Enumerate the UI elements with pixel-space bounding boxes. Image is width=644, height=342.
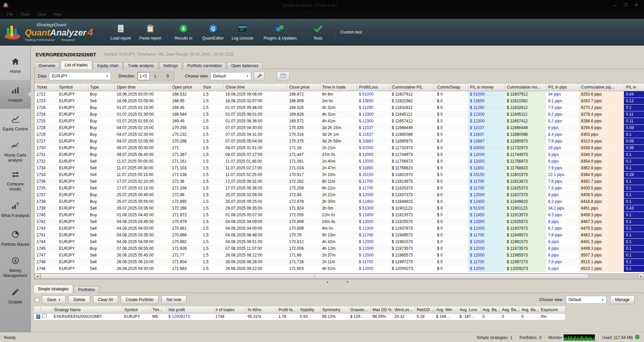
- trade-row[interactable]: 1745EURJPYBuy07.08.2025 06:55:00171.9261…: [35, 245, 644, 252]
- menu-file[interactable]: File: [3, 11, 16, 18]
- delete-button[interactable]: Delete: [68, 295, 90, 304]
- custom-test-button[interactable]: Custom test: [336, 19, 366, 45]
- maximize-button[interactable]: ❐: [622, 2, 629, 8]
- quant-editor-button[interactable]: Q QuantEditor: [198, 19, 228, 45]
- tab-portfolios[interactable]: Portfolios: [74, 286, 99, 293]
- trades-column-size[interactable]: Size: [201, 83, 223, 91]
- trade-row[interactable]: 1733EURJPYSell11.07.2025 00:15:00171.138…: [35, 171, 644, 178]
- trade-row[interactable]: 1746EURJPYSell26.08.2025 04:30:00171.683…: [35, 265, 644, 272]
- scroll-left-arrow[interactable]: ◄: [35, 274, 40, 279]
- strategy-row-checkbox[interactable]: [40, 313, 52, 320]
- set-note-button[interactable]: Set note: [161, 295, 186, 304]
- select-all-checkbox[interactable]: [35, 298, 39, 302]
- trade-row[interactable]: 1726EURJPYBuy01.07.2025 02:15:00169.451.…: [35, 104, 644, 111]
- strategies-column-2[interactable]: Tim...: [150, 306, 166, 313]
- export-view-button[interactable]: [277, 72, 289, 80]
- strategies-column-10[interactable]: Max DD %: [370, 306, 392, 313]
- direction-short-button[interactable]: S: [162, 72, 174, 80]
- trade-row[interactable]: 1744EURJPYSell04.08.2025 04:09:00170.892…: [35, 238, 644, 245]
- sidebar-item-analyze[interactable]: Analyze: [0, 80, 31, 109]
- strategies-column-5[interactable]: % Wins: [246, 306, 276, 313]
- view-dropdown[interactable]: Default ▼: [210, 72, 251, 80]
- strategies-column-1[interactable]: Symbol: [122, 306, 150, 313]
- trades-column-open_time[interactable]: Open time: [115, 83, 170, 91]
- trade-row[interactable]: 1735EURJPYSell17.07.2025 02:15:00172.336…: [35, 185, 644, 191]
- trade-row[interactable]: 1732EURJPYSell11.07.2025 00:05:00171.161…: [35, 158, 644, 165]
- direction-long-button[interactable]: L: [150, 72, 162, 80]
- minimize-button[interactable]: —: [611, 2, 619, 8]
- trade-row[interactable]: 1728EURJPYBuy04.07.2025 02:15:00170.2551…: [35, 124, 644, 131]
- splitter-collapse-up-icon[interactable]: ▲: [326, 281, 329, 283]
- tab-overview[interactable]: Overview: [34, 62, 60, 69]
- strategies-column-17[interactable]: Avg. Ba...: [519, 306, 539, 313]
- horizontal-scrollbar[interactable]: ◄ ►: [35, 273, 644, 279]
- save-button[interactable]: Save▼: [42, 295, 66, 304]
- trade-row[interactable]: 1723EURJPYSell18.06.2025 02:05:00166.951…: [35, 98, 644, 104]
- tab-settings[interactable]: Settings: [159, 62, 182, 69]
- strategies-column-0[interactable]: Strategy Name: [52, 306, 122, 313]
- tab-equity-chart[interactable]: Equity chart: [93, 62, 123, 69]
- trades-column-pl[interactable]: Profit/Loss: [357, 83, 390, 91]
- bottom-view-dropdown[interactable]: Default ▼: [566, 296, 607, 304]
- trades-column-symbol[interactable]: Symbol: [57, 83, 88, 91]
- trade-row[interactable]: 1739EURJPYSell29.07.2025 03:35:00172.266…: [35, 205, 644, 212]
- trade-row[interactable]: 1741EURJPYSell04.08.2025 03:35:00170.868…: [35, 232, 644, 238]
- strategies-column-16[interactable]: Avg. Ba...: [500, 306, 519, 313]
- tests-button[interactable]: Tests: [303, 19, 333, 45]
- trade-row[interactable]: 1734EURJPYSell11.07.2025 00:30:00171.103…: [35, 165, 644, 171]
- create-portfolio-button[interactable]: Create Portfolio: [121, 295, 159, 304]
- paste-report-button[interactable]: Paste report: [136, 19, 165, 45]
- trade-row[interactable]: 1748EURJPYSell26.08.2025 06:15:00171.804…: [35, 259, 644, 265]
- trades-column-cum_money[interactable]: Cummulative mo...: [505, 83, 546, 91]
- sidebar-item-scripter[interactable]: Scripter: [0, 282, 31, 310]
- trade-row[interactable]: 1736EURJPYSell17.07.2025 02:20:00172.361…: [35, 178, 644, 185]
- sidebar-item-monte-carlo[interactable]: Monte Carlo analysis: [0, 137, 31, 166]
- trade-row[interactable]: 1738EURJPYBuy25.07.2025 05:55:00172.8951…: [35, 198, 644, 205]
- view-settings-button[interactable]: [254, 72, 265, 80]
- trade-row[interactable]: 1742EURJPYSell04.08.2025 03:45:00170.979…: [35, 218, 644, 225]
- strategies-column-3[interactable]: Net profit: [166, 306, 213, 313]
- sidebar-item-money-management[interactable]: $ Money Management: [0, 253, 31, 282]
- strategies-column-18[interactable]: Exposure: [539, 306, 565, 313]
- trades-column-type[interactable]: Type: [88, 83, 115, 91]
- tab-portfolio-correlation[interactable]: Portfolio correlation: [183, 62, 226, 69]
- plugins-updates-button[interactable]: Plugins & Updates: [261, 19, 300, 45]
- row-checkbox[interactable]: [42, 314, 47, 318]
- trades-column-time_in_trade[interactable]: Time in trade: [320, 83, 357, 91]
- splitter-collapse-down-icon[interactable]: ▼: [346, 281, 348, 283]
- trade-row[interactable]: 1725EURJPYBuy01.07.2025 01:55:00169.491.…: [35, 118, 644, 124]
- tab-list-of-trades[interactable]: List of trades: [60, 60, 92, 69]
- trade-row[interactable]: 1731EURJPYBuy08.07.2025 06:40:00171.3671…: [35, 151, 644, 158]
- results-db-button[interactable]: $ Results in: [169, 19, 198, 45]
- sidebar-item-portfolio-master[interactable]: Portfolio Master: [0, 224, 31, 253]
- trades-column-comm[interactable]: Comm/Swap: [435, 83, 468, 91]
- menu-tools[interactable]: Tools: [17, 11, 33, 18]
- trade-row[interactable]: 1727EURJPYBuy04.07.2025 02:05:00170.2961…: [35, 138, 644, 145]
- load-report-button[interactable]: Load report: [106, 19, 136, 45]
- tab-open-balances[interactable]: Open balances: [227, 62, 263, 69]
- trade-row[interactable]: 1729EURJPYBuy04.07.2025 02:30:00170.2321…: [35, 131, 644, 138]
- sidebar-item-what-if[interactable]: ? What If analysis: [0, 195, 31, 224]
- scroll-right-arrow[interactable]: ►: [638, 274, 644, 279]
- data-dropdown[interactable]: EURJPY ▼: [49, 72, 111, 80]
- panel-splitter[interactable]: ▲ ····· ▼: [31, 279, 644, 284]
- strategies-column-14[interactable]: Avg. Loss: [458, 306, 480, 313]
- trades-column-cum_pips[interactable]: Cummulative pip...: [579, 83, 624, 91]
- strategies-column-15[interactable]: Avg. Ba...: [480, 306, 500, 313]
- strategies-column-7[interactable]: Stability: [298, 306, 320, 313]
- strategies-column-4[interactable]: # of trades: [213, 306, 246, 313]
- trades-column-close_time[interactable]: Close time: [223, 83, 287, 91]
- strategies-column-11[interactable]: Win/Los...: [392, 306, 415, 313]
- trade-row[interactable]: 1737EURJPYBuy25.07.2025 00:45:00172.861.…: [35, 191, 644, 198]
- direction-ls-button[interactable]: L+S: [138, 72, 150, 80]
- trades-column-pl_money[interactable]: P/L in money: [468, 83, 505, 91]
- trade-row[interactable]: 1724EURJPYBuy01.07.2025 01:30:00169.5441…: [35, 111, 644, 118]
- menu-help[interactable]: Help: [50, 11, 65, 18]
- strategies-column-9[interactable]: Drawdo...: [348, 306, 370, 313]
- trades-column-cum_pl[interactable]: Cummulative P/L: [390, 83, 435, 91]
- trade-row[interactable]: 1743EURJPYSell04.08.2025 04:00:00170.981…: [35, 225, 644, 232]
- strategy-row[interactable]: EVERGREEN20032026BTEURJPYM5$ 12009273174…: [34, 313, 565, 320]
- strategies-column-6[interactable]: Profit fa...: [276, 306, 298, 313]
- scrollbar-thumb[interactable]: [40, 274, 589, 279]
- sidebar-item-equity-control[interactable]: Equity Control: [0, 109, 31, 137]
